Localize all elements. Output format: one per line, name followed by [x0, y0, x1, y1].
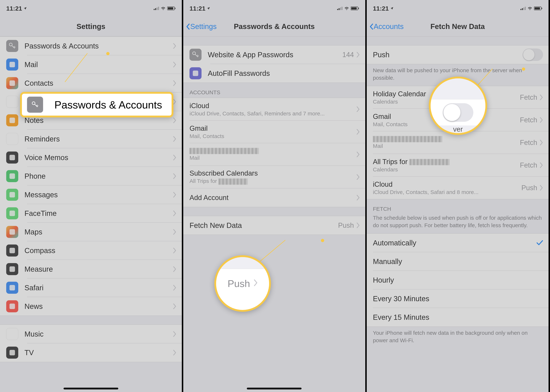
settings-row-music[interactable]: Music	[0, 325, 182, 343]
account-row[interactable]: Mail	[183, 143, 365, 166]
chevron-left-icon	[370, 23, 373, 30]
passwords-group: Website & App Passwords 144 AutoFill Pas…	[183, 45, 365, 83]
section-header-accounts: ACCOUNTS	[183, 83, 365, 98]
account-row[interactable]: iCloudiCloud Drive, Contacts, Safari, Re…	[183, 98, 365, 120]
fetch-account-row[interactable]: All Trips for Calendars Fetch	[367, 154, 549, 176]
settings-row-maps[interactable]: Maps	[0, 223, 182, 241]
account-title: iCloud	[373, 181, 521, 188]
chevron-right-icon	[173, 331, 176, 337]
push-group: Push	[367, 45, 549, 64]
account-sub: Mail	[189, 155, 356, 161]
row-label: Fetch New Data	[189, 221, 338, 230]
chevron-left-icon	[186, 23, 190, 30]
redacted-text	[373, 136, 442, 142]
settings-row-compass[interactable]: Compass	[0, 241, 182, 260]
settings-row-reminders[interactable]: Reminders	[0, 130, 182, 148]
music-icon	[6, 328, 18, 340]
tv-icon	[6, 347, 18, 359]
notes-icon	[6, 114, 18, 126]
chevron-right-icon	[356, 195, 360, 200]
redacted-text	[218, 178, 248, 185]
status-time: 11:21	[373, 5, 389, 12]
account-row[interactable]: Add Account	[183, 188, 365, 207]
fetch-option-row[interactable]: Every 30 Minutes	[367, 289, 549, 308]
account-row[interactable]: Subscribed CalendarsAll Trips for	[183, 166, 365, 188]
row-label: Measure	[24, 265, 173, 273]
callout-push: Push	[214, 255, 271, 312]
settings-row-messages[interactable]: Messages	[0, 185, 182, 204]
chevron-right-icon	[173, 43, 176, 49]
status-time: 11:21	[6, 5, 22, 12]
row-label: Compass	[24, 246, 173, 255]
settings-row-mail[interactable]: Mail	[0, 55, 182, 74]
status-bar: 11:21	[183, 0, 365, 17]
account-sub: Calendars	[373, 167, 520, 173]
row-label: TV	[24, 349, 173, 357]
page-title: Settings	[0, 22, 182, 31]
row-website-app-passwords[interactable]: Website & App Passwords 144	[183, 45, 365, 64]
settings-row-safari[interactable]: Safari	[0, 278, 182, 297]
row-label: Mail	[24, 61, 173, 69]
row-autofill-passwords[interactable]: AutoFill Passwords	[183, 64, 365, 83]
navbar: Settings	[0, 17, 182, 36]
row-label: Messages	[24, 191, 173, 199]
row-label: Website & App Passwords	[208, 51, 342, 59]
chevron-right-icon	[356, 223, 360, 228]
fetch-option-row[interactable]: Manually	[367, 252, 549, 271]
fetch-option-row[interactable]: Every 15 Minutes	[367, 308, 549, 327]
settings-row-contacts[interactable]: Contacts	[0, 74, 182, 92]
account-title: Subscribed Calendars	[189, 169, 356, 177]
row-label: Push	[373, 51, 523, 59]
settings-row-news[interactable]: News	[0, 297, 182, 316]
chevron-right-icon	[356, 174, 360, 180]
fetch-account-row[interactable]: iCloud iCloud Drive, Contacts, Safari an…	[367, 176, 549, 199]
chevron-right-icon	[173, 210, 176, 216]
annotation-dot	[522, 67, 525, 71]
row-value: 144	[342, 51, 354, 59]
row-fetch-new-data[interactable]: Fetch New Data Push	[183, 216, 365, 235]
fetch-option-row[interactable]: Automatically	[367, 234, 549, 252]
row-label: Music	[24, 330, 173, 338]
keyboard-icon	[189, 67, 202, 79]
chevron-right-icon	[254, 280, 258, 288]
key-icon	[6, 40, 18, 52]
settings-row-measure[interactable]: Measure	[0, 260, 182, 278]
row-push-toggle[interactable]: Push	[367, 45, 549, 64]
fetch-option-row[interactable]: Hourly	[367, 271, 549, 289]
account-row[interactable]: GmailMail, Contacts	[183, 120, 365, 143]
home-indicator[interactable]	[64, 388, 118, 389]
back-button[interactable]: Settings	[183, 22, 217, 31]
redacted-text	[409, 159, 450, 165]
messages-icon	[6, 189, 18, 201]
account-sub: All Trips for	[189, 178, 356, 184]
wifi-icon	[161, 7, 165, 10]
back-label: Settings	[190, 22, 217, 31]
annotation-dot	[106, 52, 109, 55]
battery-icon	[534, 6, 542, 10]
option-label: Automatically	[373, 239, 536, 247]
chevron-right-icon	[173, 155, 176, 160]
settings-row-phone[interactable]: Phone	[0, 167, 182, 185]
home-indicator[interactable]	[247, 388, 302, 389]
navbar: Accounts Fetch New Data	[367, 17, 549, 36]
chevron-right-icon	[173, 173, 176, 179]
wifi-icon	[528, 7, 532, 10]
account-sub: iCloud Drive, Contacts, Safari, Reminder…	[189, 111, 356, 117]
chevron-right-icon	[173, 266, 176, 272]
phone-settings: 11:21 Settings Passwords & Accounts Mail…	[0, 0, 183, 392]
chevron-right-icon	[540, 185, 543, 190]
compass-icon	[6, 245, 18, 257]
bottom-footer: Your iPhone will fetch new data in the b…	[367, 327, 549, 348]
back-button[interactable]: Accounts	[367, 22, 404, 31]
settings-row-voice-memos[interactable]: Voice Memos	[0, 148, 182, 167]
settings-row-facetime[interactable]: FaceTime	[0, 204, 182, 223]
key-icon	[27, 97, 43, 113]
settings-row-passwords-accounts[interactable]: Passwords & Accounts	[0, 37, 182, 55]
push-toggle[interactable]	[523, 49, 543, 61]
settings-row-tv[interactable]: TV	[0, 343, 182, 362]
chevron-right-icon	[540, 95, 543, 100]
chevron-right-icon	[540, 140, 543, 145]
phone-icon	[6, 170, 18, 182]
row-value: Fetch	[520, 161, 537, 169]
status-time: 11:21	[189, 5, 205, 12]
